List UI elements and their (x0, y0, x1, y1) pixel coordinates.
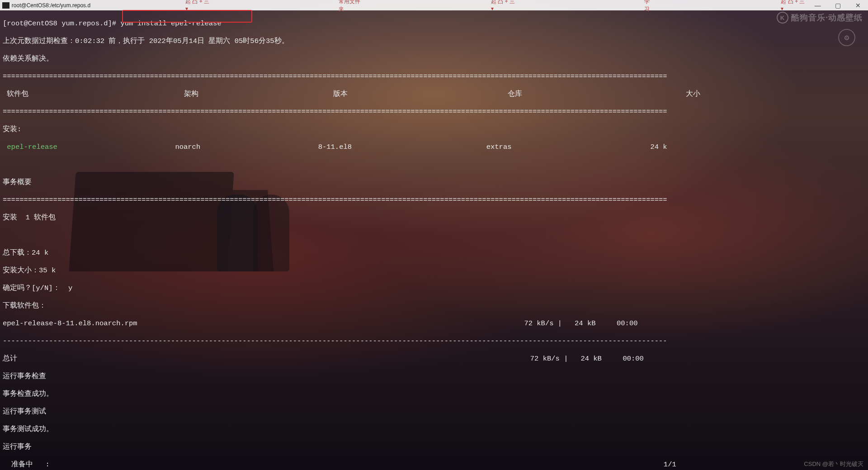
shell-command: yum install epel-release (120, 19, 221, 28)
total-row: 总计 72 kB/s | 24 kB 00:00 (0, 355, 678, 364)
terminal-app-icon (2, 2, 9, 9)
term-line: 上次元数据过期检查：0:02:32 前，执行于 2022年05月14日 星期六 … (0, 37, 678, 46)
section-label: 安装: (0, 125, 678, 134)
term-line: 安装大小：35 k (0, 266, 678, 275)
terminal-output[interactable]: [root@CentOS8 yum.repos.d]# yum install … (0, 10, 678, 367)
shell-prompt: [root@CentOS8 yum.repos.d]# (3, 19, 120, 28)
section-label: 事务概要 (0, 178, 678, 187)
divider-double: ========================================… (0, 72, 678, 81)
window-titlebar[interactable]: root@CentOS8:/etc/yum.repos.d 起 凸 + 三 ▾ … (0, 0, 678, 10)
term-line: 依赖关系解决。 (0, 55, 678, 64)
confirm-prompt: 确定吗？[y/N]： y (0, 284, 678, 293)
table-header: 软件包 架构 版本 仓库 大小 (0, 90, 678, 99)
table-row: epel-release noarch 8-11.el8 extras 24 k (0, 143, 678, 152)
term-line: 安装 1 软件包 (0, 214, 678, 223)
window-title: root@CentOS8:/etc/yum.repos.d (12, 2, 90, 9)
term-line: 下载软件包： (0, 302, 678, 311)
divider-dashed: ----------------------------------------… (0, 337, 678, 346)
divider-double: ========================================… (0, 196, 678, 205)
divider-double: ========================================… (0, 108, 678, 117)
download-row: epel-release-8-11.el8.noarch.rpm 72 kB/s… (0, 319, 678, 328)
term-line: 总下载：24 k (0, 249, 678, 258)
